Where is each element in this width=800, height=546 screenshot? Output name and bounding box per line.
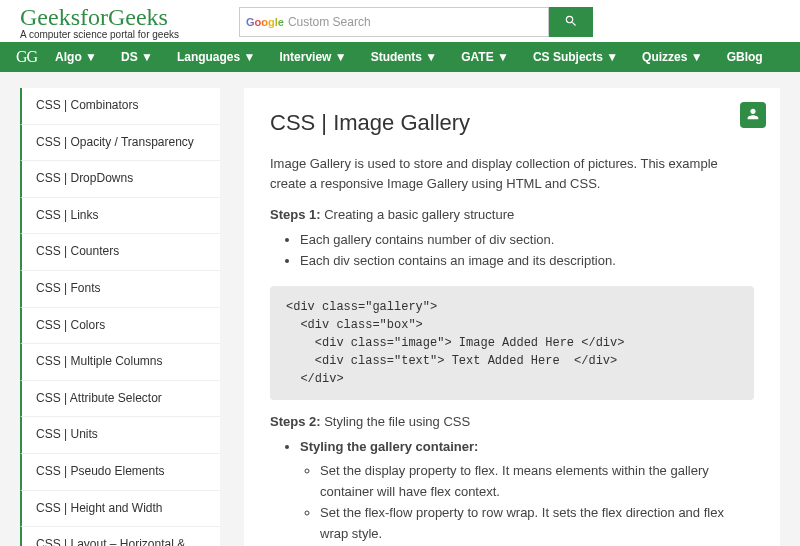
nav-item-interview[interactable]: Interview ▼ [279,50,346,64]
step2-line: Steps 2: Styling the file using CSS [270,414,754,429]
code-block-1: <div class="gallery"> <div class="box"> … [270,286,754,400]
step2-bullets: Styling the gallery container: Set the d… [300,437,754,546]
header: GeeksforGeeks A computer science portal … [0,0,800,42]
user-button[interactable] [740,102,766,128]
sidebar-item[interactable]: CSS | Multiple Columns [20,344,220,381]
nav-item-ds[interactable]: DS ▼ [121,50,153,64]
step1-line: Steps 1: Creating a basic gallery struct… [270,207,754,222]
nav-item-languages[interactable]: Languages ▼ [177,50,256,64]
list-item: Set the display property to flex. It mea… [320,461,754,503]
brand-title: GeeksforGeeks [20,4,179,31]
article-title: CSS | Image Gallery [270,110,754,136]
search-wrap: Google Custom Search [239,7,593,37]
google-logo-text: Google [246,16,284,28]
nav-item-cs-subjects[interactable]: CS Subjects ▼ [533,50,618,64]
step2-sublist: Set the display property to flex. It mea… [320,461,754,544]
sidebar: CSS | Combinators CSS | Opacity / Transp… [20,88,220,546]
main-nav: GG Algo ▼ DS ▼ Languages ▼ Interview ▼ S… [0,42,800,72]
sidebar-item[interactable]: CSS | Layout – Horizontal & Vertical Ali… [20,527,220,546]
article-intro: Image Gallery is used to store and displ… [270,154,754,193]
search-placeholder: Custom Search [288,15,371,29]
sidebar-item[interactable]: CSS | Combinators [20,88,220,125]
list-item: Set the flex-flow property to row wrap. … [320,503,754,545]
search-button[interactable] [549,7,593,37]
article-content: CSS | Image Gallery Image Gallery is use… [244,88,780,546]
list-item: Styling the gallery container: Set the d… [300,437,754,546]
nav-item-algo[interactable]: Algo ▼ [55,50,97,64]
sidebar-item[interactable]: CSS | Fonts [20,271,220,308]
sidebar-item[interactable]: CSS | Opacity / Transparency [20,125,220,162]
sidebar-item[interactable]: CSS | DropDowns [20,161,220,198]
brand-block[interactable]: GeeksforGeeks A computer science portal … [20,4,179,40]
sidebar-item[interactable]: CSS | Height and Width [20,491,220,528]
sidebar-item[interactable]: CSS | Links [20,198,220,235]
user-icon [745,106,761,125]
sidebar-item[interactable]: CSS | Units [20,417,220,454]
brand-subtitle: A computer science portal for geeks [20,29,179,40]
sidebar-item[interactable]: CSS | Counters [20,234,220,271]
sidebar-item[interactable]: CSS | Colors [20,308,220,345]
nav-item-quizzes[interactable]: Quizzes ▼ [642,50,703,64]
search-icon [564,14,578,31]
list-item: Each gallery contains number of div sect… [300,230,754,251]
sidebar-item[interactable]: CSS | Attribute Selector [20,381,220,418]
nav-item-students[interactable]: Students ▼ [371,50,438,64]
step1-bullets: Each gallery contains number of div sect… [300,230,754,272]
sidebar-item[interactable]: CSS | Pseudo Elements [20,454,220,491]
list-item: Each div section contains an image and i… [300,251,754,272]
nav-logo[interactable]: GG [16,48,37,66]
layout: CSS | Combinators CSS | Opacity / Transp… [0,72,800,546]
search-input[interactable]: Google Custom Search [239,7,549,37]
nav-item-gate[interactable]: GATE ▼ [461,50,509,64]
nav-item-gblog[interactable]: GBlog [727,50,763,64]
